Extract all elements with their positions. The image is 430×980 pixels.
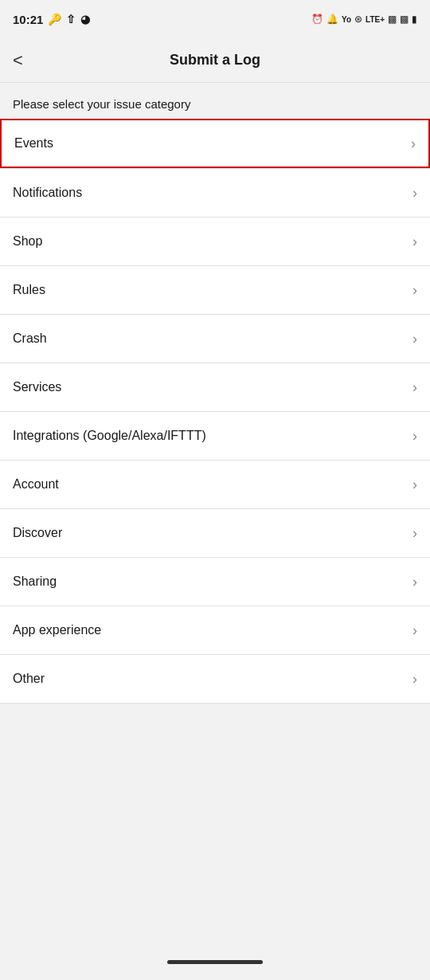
signal-bar2-icon: ▩	[400, 14, 408, 25]
header: < Submit a Log	[0, 38, 430, 83]
chevron-right-icon-rules: ›	[412, 282, 417, 299]
chevron-right-icon-other: ›	[412, 671, 417, 688]
arrow-up-icon: ⇧	[66, 13, 76, 25]
list-item-label-other: Other	[13, 672, 45, 686]
list-item-label-app-experience: App experience	[13, 623, 101, 637]
wifi-icon: ⊛	[354, 14, 362, 25]
list-item-label-sharing: Sharing	[13, 574, 57, 589]
chevron-right-icon-integrations: ›	[412, 428, 417, 445]
category-list: Events›Notifications›Shop›Rules›Crash›Se…	[0, 119, 430, 704]
list-item-label-integrations: Integrations (Google/Alexa/IFTTT)	[13, 429, 206, 443]
list-item-sharing[interactable]: Sharing›	[0, 557, 430, 606]
list-item-notifications[interactable]: Notifications›	[0, 168, 430, 218]
signal-bar-icon: ▩	[388, 14, 397, 25]
page-title: Submit a Log	[170, 52, 260, 69]
list-item-label-crash: Crash	[13, 331, 47, 346]
list-item-label-events: Events	[14, 136, 53, 151]
list-item-crash[interactable]: Crash›	[0, 314, 430, 363]
chevron-right-icon-notifications: ›	[412, 185, 417, 202]
status-bar-left: 10:21 🔑 ⇧ ◕	[13, 13, 90, 26]
chevron-right-icon-sharing: ›	[412, 574, 417, 590]
lte-label: Yo	[342, 15, 351, 24]
status-bar-right: ⏰ 🔔 Yo ⊛ LTE+ ▩ ▩ ▮	[311, 14, 417, 25]
bottom-bar	[0, 960, 430, 964]
chevron-right-icon-services: ›	[412, 379, 417, 396]
music-icon: ◕	[80, 13, 90, 25]
list-item-other[interactable]: Other›	[0, 654, 430, 704]
list-item-account[interactable]: Account›	[0, 460, 430, 509]
vibrate-icon: 🔔	[326, 14, 338, 25]
phone-icon: 🔑	[48, 13, 61, 25]
list-item-integrations[interactable]: Integrations (Google/Alexa/IFTTT)›	[0, 411, 430, 461]
chevron-right-icon-shop: ›	[412, 233, 417, 250]
list-item-label-rules: Rules	[13, 283, 45, 297]
list-item-app-experience[interactable]: App experience›	[0, 606, 430, 655]
list-item-label-shop: Shop	[13, 234, 42, 249]
list-item-events[interactable]: Events›	[0, 119, 430, 168]
list-item-label-discover: Discover	[13, 526, 62, 540]
subtitle-text: Please select your issue category	[0, 83, 430, 119]
chevron-right-icon-events: ›	[411, 135, 416, 152]
chevron-right-icon-app-experience: ›	[412, 622, 417, 639]
chevron-right-icon-account: ›	[412, 476, 417, 493]
list-item-rules[interactable]: Rules›	[0, 265, 430, 315]
chevron-right-icon-discover: ›	[412, 525, 417, 542]
home-indicator	[167, 960, 263, 964]
list-item-discover[interactable]: Discover›	[0, 508, 430, 558]
list-item-services[interactable]: Services›	[0, 363, 430, 412]
list-item-label-services: Services	[13, 380, 61, 394]
list-item-shop[interactable]: Shop›	[0, 217, 430, 266]
status-time: 10:21	[13, 13, 43, 26]
list-item-label-account: Account	[13, 477, 59, 492]
alarm-icon: ⏰	[311, 14, 323, 25]
back-button[interactable]: <	[13, 50, 23, 71]
battery-icon: ▮	[412, 14, 417, 25]
chevron-right-icon-crash: ›	[412, 331, 417, 347]
lte-plus-label: LTE+	[366, 15, 385, 24]
list-item-label-notifications: Notifications	[13, 186, 82, 200]
status-bar: 10:21 🔑 ⇧ ◕ ⏰ 🔔 Yo ⊛ LTE+ ▩ ▩ ▮	[0, 0, 430, 38]
